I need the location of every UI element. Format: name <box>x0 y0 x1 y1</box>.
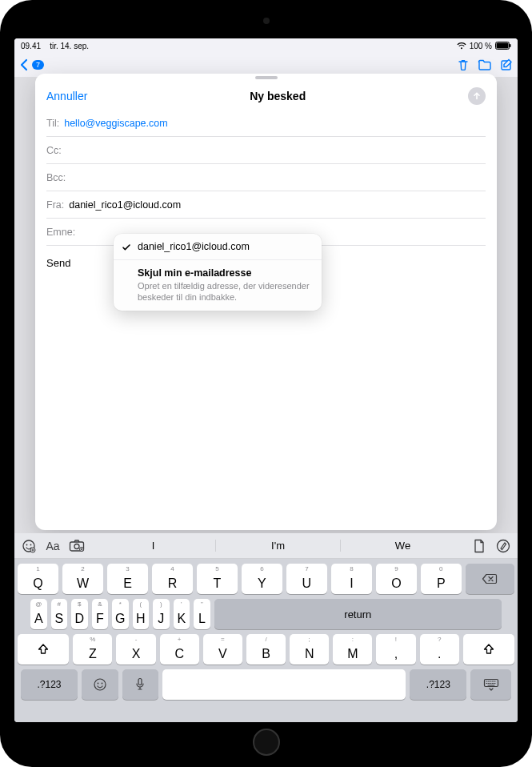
status-time: 09.41 <box>21 42 41 50</box>
scan-document-icon[interactable] <box>470 536 489 556</box>
camera-icon[interactable] <box>67 536 86 556</box>
key-b[interactable]: /B <box>246 634 286 665</box>
cc-label: Cc: <box>46 145 62 156</box>
keyboard-toolbar: Aa I I'm We <box>14 533 518 559</box>
home-button[interactable] <box>253 729 280 756</box>
front-camera <box>263 18 270 24</box>
compose-icon[interactable] <box>500 58 513 71</box>
key-j[interactable]: )J <box>153 599 170 629</box>
to-field[interactable]: Til: hello@veggiscape.com <box>46 110 486 137</box>
hide-email-title: Skjul min e-mailadresse <box>138 267 312 279</box>
popover-selected-account[interactable]: daniel_rico1@icloud.com <box>114 234 322 260</box>
key-k[interactable]: 'K <box>174 599 190 629</box>
key-r[interactable]: 4R <box>152 564 193 594</box>
key-s[interactable]: #S <box>51 599 68 629</box>
numbers-key[interactable]: .?123 <box>21 669 78 700</box>
compose-sheet: Annuller Ny besked Til: hello@veggiscape… <box>35 74 497 530</box>
bcc-field[interactable]: Bcc: <box>46 164 486 191</box>
key-v[interactable]: =V <box>203 634 242 665</box>
screen: 09.41 tir. 14. sep. 100 % 7 <box>14 38 518 722</box>
key-t[interactable]: 5T <box>197 564 238 594</box>
key-q[interactable]: 1Q <box>18 564 58 594</box>
cancel-button[interactable]: Annuller <box>46 90 87 102</box>
status-bar: 09.41 tir. 14. sep. 100 % <box>14 38 518 53</box>
key-p[interactable]: 0P <box>421 564 462 594</box>
suggestion-bar: I I'm We <box>91 540 465 552</box>
compose-header: Annuller Ny besked <box>35 79 497 110</box>
key-f[interactable]: &F <box>92 599 109 629</box>
backspace-key[interactable] <box>466 564 514 594</box>
emoji-key[interactable] <box>82 669 118 700</box>
keyboard-keys: 1Q2W3E4R5T6Y7U8I9O0P @A#S$D&F*G(H)J'K"L … <box>14 559 518 722</box>
popover-hide-email[interactable]: Skjul min e-mailadresse Opret en tilfæld… <box>114 260 322 311</box>
bcc-label: Bcc: <box>46 172 66 183</box>
body-text: Send <box>46 257 70 269</box>
to-label: Til: <box>46 118 59 129</box>
checkmark-icon <box>122 243 131 252</box>
svg-point-14 <box>101 683 102 685</box>
from-field[interactable]: Fra: daniel_rico1@icloud.com <box>46 191 486 219</box>
key-x[interactable]: -X <box>116 634 155 665</box>
key-a[interactable]: @A <box>30 599 47 629</box>
svg-point-6 <box>30 544 32 545</box>
svg-point-11 <box>498 540 510 552</box>
key-o[interactable]: 9O <box>376 564 417 594</box>
ipad-frame: 09.41 tir. 14. sep. 100 % 7 <box>0 0 532 767</box>
hide-keyboard-key[interactable] <box>470 669 511 700</box>
subject-label: Emne: <box>46 227 75 238</box>
keyboard: Aa I I'm We 1Q2W3E4R5T6Y7U8I9O0P <box>14 533 518 722</box>
dictation-key[interactable] <box>122 669 159 700</box>
return-key[interactable]: return <box>214 599 502 629</box>
key-i[interactable]: 8I <box>331 564 372 594</box>
svg-point-5 <box>26 544 28 545</box>
key-u[interactable]: 7U <box>286 564 327 594</box>
svg-rect-1 <box>497 43 509 49</box>
svg-point-9 <box>74 544 79 548</box>
emoji-picker-icon[interactable] <box>19 536 38 556</box>
from-value[interactable]: daniel_rico1@icloud.com <box>69 199 181 211</box>
key-w[interactable]: 2W <box>62 564 103 594</box>
shift-key-right[interactable] <box>463 634 514 665</box>
unread-badge: 7 <box>32 60 44 70</box>
key-.[interactable]: ?. <box>420 634 459 665</box>
compose-title: Ny besked <box>250 90 306 102</box>
suggestion-3[interactable]: We <box>341 540 465 552</box>
numbers-key-right[interactable]: .?123 <box>410 669 466 700</box>
suggestion-2[interactable]: I'm <box>216 540 341 552</box>
suggestion-1[interactable]: I <box>91 540 216 552</box>
text-format-icon[interactable]: Aa <box>43 536 62 556</box>
battery-percent: 100 % <box>470 42 492 50</box>
key-h[interactable]: (H <box>133 599 150 629</box>
wifi-icon <box>457 42 466 50</box>
send-button[interactable] <box>468 87 486 105</box>
from-popover: daniel_rico1@icloud.com Skjul min e-mail… <box>114 234 322 311</box>
cc-field[interactable]: Cc: <box>46 137 486 164</box>
shift-key[interactable] <box>18 634 69 665</box>
compose-fields: Til: hello@veggiscape.com Cc: Bcc: Fra: … <box>35 110 497 246</box>
status-date: tir. 14. sep. <box>50 42 89 50</box>
hide-email-subtitle: Opret en tilfældig adresse, der viderese… <box>138 280 312 303</box>
from-label: Fra: <box>46 199 64 211</box>
folder-icon[interactable] <box>478 59 492 70</box>
key-c[interactable]: +C <box>160 634 199 665</box>
key-d[interactable]: $D <box>71 599 88 629</box>
svg-point-13 <box>97 683 98 685</box>
selected-email: daniel_rico1@icloud.com <box>138 241 250 252</box>
key-l[interactable]: "L <box>194 599 210 629</box>
key-e[interactable]: 3E <box>107 564 148 594</box>
markup-icon[interactable] <box>494 536 513 556</box>
spacebar-key[interactable] <box>162 669 406 700</box>
key-,[interactable]: !, <box>376 634 415 665</box>
back-icon[interactable] <box>19 58 29 71</box>
key-g[interactable]: *G <box>112 599 129 629</box>
status-right: 100 % <box>457 42 511 50</box>
to-value[interactable]: hello@veggiscape.com <box>64 118 167 129</box>
key-z[interactable]: %Z <box>73 634 112 665</box>
key-n[interactable]: ;N <box>290 634 329 665</box>
svg-rect-15 <box>138 679 142 685</box>
key-m[interactable]: :M <box>333 634 372 665</box>
svg-rect-2 <box>510 44 511 47</box>
trash-icon[interactable] <box>457 58 470 71</box>
status-left: 09.41 tir. 14. sep. <box>21 42 89 50</box>
key-y[interactable]: 6Y <box>242 564 282 594</box>
